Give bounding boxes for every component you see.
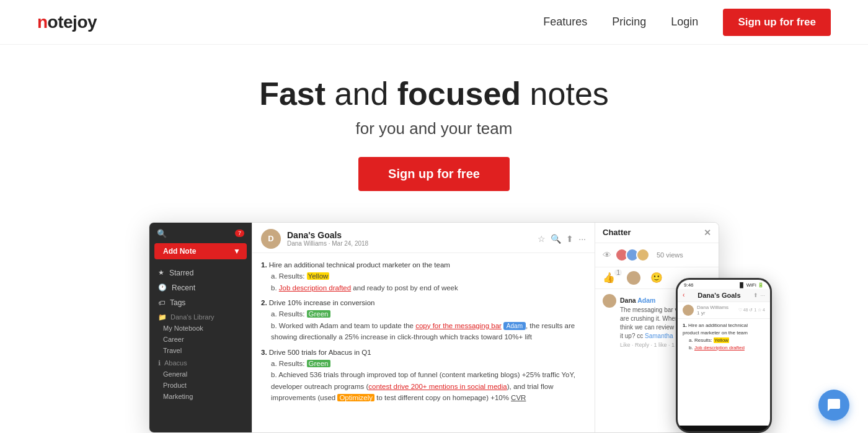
- star-icon: ★: [158, 269, 164, 277]
- more-action-icon[interactable]: ···: [578, 234, 586, 244]
- chatter-views: 👁 50 views: [595, 243, 719, 267]
- note-item-1b-text: and ready to post by end of week: [351, 284, 458, 292]
- phone-item-1a-highlight: Yellow: [714, 337, 729, 343]
- nav-login[interactable]: Login: [671, 16, 698, 29]
- sidebar-item-my-notebook[interactable]: My Notebook: [149, 323, 252, 334]
- sidebar-starred-label: Starred: [169, 269, 193, 277]
- phone-note-date: 1 yr: [697, 310, 728, 316]
- note-item-2b-text1: Worked with Adam and team to update the: [279, 322, 415, 329]
- star-action-icon[interactable]: ☆: [538, 234, 546, 244]
- note-item-3b-link[interactable]: contest drive 200+ mentions in social me…: [368, 383, 507, 390]
- note-item-3b-link2[interactable]: Optimizely: [337, 394, 374, 401]
- note-item-2-text: Drive 10% increase in conversion: [269, 299, 375, 306]
- hero-section: Fast and focused notes for you and your …: [0, 45, 868, 210]
- sidebar-item-recent[interactable]: 🕐 Recent: [149, 280, 252, 295]
- sidebar-item-marketing[interactable]: Marketing: [149, 391, 252, 402]
- note-item-1-text: Hire an additional technical product mar…: [269, 261, 450, 269]
- logo-text: otejoy: [48, 12, 97, 32]
- sidebar: 🔍 7 Add Note ▼ ★ Starred 🕐 Recent 🏷 Tags…: [149, 223, 252, 432]
- phone-screen: ‹ Dana's Goals ⬆ ··· Dana Williams 1 yr …: [678, 289, 770, 426]
- sidebar-section-library[interactable]: 📁 Dana's Library: [149, 310, 252, 323]
- comment-mention-adam[interactable]: Adam: [637, 297, 655, 304]
- comment-author-avatar: [603, 294, 616, 308]
- clock-icon: 🕐: [158, 283, 167, 292]
- viewer-avatar-3: [636, 248, 650, 262]
- mention-adam-badge: Adam: [503, 322, 526, 330]
- folder-icon: 📁: [158, 313, 167, 321]
- note-body: 1. Hire an additional technical product …: [252, 253, 595, 414]
- note-title-block: Dana's Goals Dana Williams · Mar 24, 201…: [287, 230, 531, 247]
- add-note-button[interactable]: Add Note ▼: [154, 243, 247, 259]
- sidebar-recent-label: Recent: [172, 283, 195, 292]
- comment-reply-link[interactable]: Reply: [635, 342, 649, 348]
- nav-pricing[interactable]: Pricing: [612, 16, 646, 29]
- search-icon[interactable]: 🔍: [157, 229, 167, 238]
- hero-title: Fast and focused notes: [12, 76, 856, 113]
- note-item-1a-highlight: Yellow: [307, 272, 330, 280]
- note-actions: ☆ 🔍 ⬆ ···: [538, 234, 586, 244]
- hero-signup-button[interactable]: Sign up for free: [358, 157, 510, 191]
- sidebar-abacus-label: Abacus: [164, 359, 187, 367]
- phone-meta-block: Dana Williams 1 yr: [697, 305, 728, 316]
- note-header: D Dana's Goals Dana Williams · Mar 24, 2…: [252, 223, 595, 253]
- note-item-1-num: 1.: [261, 261, 267, 269]
- nav-features[interactable]: Features: [543, 16, 587, 29]
- comment-mention-samantha[interactable]: Samantha: [645, 333, 673, 339]
- phone-item-1: 1. Hire an additional technical product …: [683, 322, 765, 337]
- phone-item-1-text: Hire an additional technical product mar…: [683, 323, 748, 336]
- hero-cta: Sign up for free: [12, 157, 856, 191]
- phone-item-1-num: 1.: [683, 323, 688, 328]
- phone-note-meta: Dana Williams 1 yr ♡ 48 ↺ 1 ☆ 4: [678, 302, 770, 319]
- search-action-icon[interactable]: 🔍: [551, 234, 561, 244]
- sidebar-item-travel[interactable]: Travel: [149, 345, 252, 356]
- hero-subtitle: for you and your team: [12, 119, 856, 138]
- note-item-3-num: 3.: [261, 349, 267, 356]
- close-icon[interactable]: ✕: [704, 228, 711, 238]
- note-item-3: 3. Drive 500 trials for Abacus in Q1 a. …: [261, 347, 586, 404]
- sidebar-section-abacus[interactable]: ℹ Abacus: [149, 356, 252, 368]
- phone-body: 1. Hire an additional technical product …: [678, 319, 770, 355]
- note-item-3a-prefix: Results:: [279, 360, 307, 367]
- phone-item-1a: a. Results: Yellow: [683, 337, 765, 344]
- phone-share-icon[interactable]: ⬆: [753, 292, 758, 298]
- chat-support-bubble[interactable]: [818, 390, 849, 421]
- reactor-avatar: [627, 271, 640, 285]
- logo-n: n: [37, 12, 48, 32]
- thumbs-up-reaction[interactable]: 👍1: [603, 272, 617, 283]
- sidebar-item-general[interactable]: General: [149, 368, 252, 380]
- phone-author-name: Dana Williams: [697, 305, 728, 310]
- phone-item-1b: b. Job description drafted: [683, 344, 765, 352]
- phone-item-1a-prefix: Results:: [694, 337, 714, 343]
- phone-back-icon[interactable]: ‹: [683, 292, 684, 298]
- smiley-reaction[interactable]: 🙂: [650, 272, 663, 283]
- nav-signup-button[interactable]: Sign up for free: [723, 9, 831, 36]
- abacus-icon: ℹ: [158, 359, 161, 367]
- note-meta: Dana Williams · Mar 24, 2018: [287, 240, 531, 247]
- sidebar-top: 🔍 7: [149, 223, 252, 243]
- logo[interactable]: notejoy: [37, 12, 97, 32]
- sidebar-item-starred[interactable]: ★ Starred: [149, 266, 252, 280]
- note-item-1b: b. Job description drafted and ready to …: [261, 282, 586, 293]
- note-item-3a: a. Results: Green: [261, 358, 586, 369]
- sidebar-item-tags[interactable]: 🏷 Tags: [149, 295, 252, 310]
- comment-like-link[interactable]: Like: [620, 342, 631, 348]
- note-item-3a-highlight: Green: [307, 360, 330, 367]
- phone-nav: ‹ Dana's Goals ⬆ ···: [678, 289, 770, 302]
- note-main: D Dana's Goals Dana Williams · Mar 24, 2…: [252, 223, 595, 432]
- share-action-icon[interactable]: ⬆: [566, 234, 574, 244]
- add-note-chevron-icon: ▼: [233, 247, 241, 256]
- app-preview: 🔍 7 Add Note ▼ ★ Starred 🕐 Recent 🏷 Tags…: [0, 222, 868, 433]
- note-item-2b-link[interactable]: copy for the messaging bar: [415, 322, 502, 329]
- phone-item-1b-link[interactable]: Job description drafted: [694, 345, 745, 350]
- note-item-2a: a. Results: Green: [261, 308, 586, 319]
- chat-bubble-icon: [826, 398, 841, 413]
- viewer-avatars: [615, 248, 647, 262]
- sidebar-item-career[interactable]: Career: [149, 334, 252, 345]
- note-item-1a-prefix: Results:: [279, 272, 307, 280]
- phone-more-icon[interactable]: ···: [760, 292, 765, 298]
- note-item-2a-highlight: Green: [307, 310, 330, 318]
- note-item-1b-link[interactable]: Job description drafted: [279, 284, 351, 292]
- sidebar-item-product[interactable]: Product: [149, 380, 252, 391]
- hero-title-notes: notes: [521, 76, 609, 112]
- sidebar-library-label: Dana's Library: [170, 313, 215, 321]
